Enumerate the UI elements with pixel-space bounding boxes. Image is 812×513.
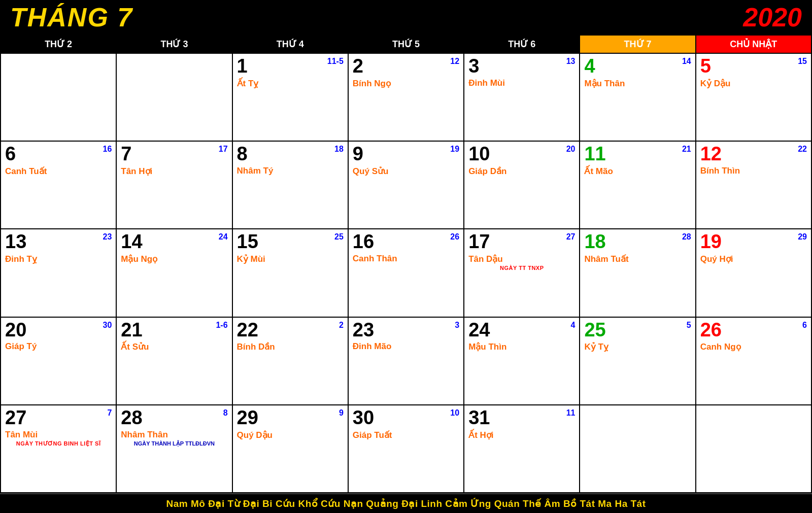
day-cell-10: 1020Giáp Dần [464,142,580,229]
calendar-table: THỨ 2THỨ 3THỨ 4THỨ 5THỨ 6THỨ 7CHỦ NHẬT 1… [0,35,812,493]
special-note: NGÀY TT TNXP [468,265,575,271]
lunar-date: 1-6 [216,321,227,330]
lunar-date: 14 [682,57,691,66]
lunar-date: 23 [103,232,112,242]
day-cell-empty-5 [580,405,696,493]
day-cell-26: 266Canh Ngọ [696,318,812,405]
day-number: 25 [584,320,691,341]
day-number: 29 [237,407,344,429]
can-chi: Ất Tỵ [237,78,344,89]
can-chi: Bính Dần [237,341,344,352]
day-cell-21: 211-6Ất Sửu [117,318,232,405]
day-cell-9: 919Quý Sửu [349,142,464,229]
day-number: 18 [584,231,691,253]
day-number: 28 [121,407,227,429]
lunar-date: 3 [455,321,459,330]
footer-banner: Nam Mô Đại Từ Đại Bi Cứu Khổ Cứu Nạn Quả… [0,493,812,513]
lunar-date: 8 [223,408,228,418]
lunar-date: 26 [450,232,459,242]
can-chi: Mậu Thìn [468,341,575,352]
can-chi: Ất Sửu [121,341,227,352]
day-number: 31 [468,407,575,429]
can-chi: Giáp Tý [5,341,112,352]
special-note2: NGÀY THÀNH LẬP TTLĐLĐVN [121,440,227,447]
can-chi: Nhâm Tý [237,166,344,176]
lunar-date: 6 [802,321,807,330]
can-chi: Tân Mùi [5,430,112,440]
day-number: 5 [700,56,807,77]
day-cell-14: 1424Mậu Ngọ [117,229,232,317]
day-cell-31: 3111Ất Hợi [464,405,580,493]
day-number: 19 [700,231,807,253]
day-number: 20 [5,320,112,341]
lunar-date: 4 [571,321,576,330]
lunar-date: 24 [219,232,228,242]
day-cell-15: 1525Kỷ Mùi [233,229,349,317]
can-chi: Kỷ Mùi [237,254,344,264]
day-number: 8 [237,144,344,165]
day-number: 21 [121,320,227,341]
lunar-date: 21 [682,145,691,154]
lunar-date: 17 [219,145,228,154]
day-cell-11: 1121Ất Mão [580,142,696,229]
week-row-4: 277Tân MùiNGÀY THƯƠNG BINH LIỆT SĨ288Nhâ… [1,405,812,493]
can-chi: Mậu Thân [584,78,691,89]
year-title: 2020 [743,2,802,32]
can-chi: Tân Hợi [121,166,227,177]
day-cell-13: 1323Đinh Tỵ [1,229,117,317]
can-chi: Quý Hợi [700,254,807,264]
day-number: 6 [5,144,112,165]
day-number: 11 [584,144,691,165]
lunar-date: 18 [334,145,344,154]
day-cell-28: 288Nhâm ThânNGÀY THÀNH LẬP TTLĐLĐVN [117,405,232,493]
lunar-date: 13 [566,57,576,66]
can-chi: Quý Dậu [237,430,344,440]
can-chi: Đinh Mão [353,341,459,352]
can-chi: Đinh Tỵ [5,254,112,264]
day-cell-6: 616Canh Tuất [1,142,117,229]
day-number: 7 [121,144,227,165]
can-chi: Ất Mão [584,166,691,177]
day-cell-29: 299Quý Dậu [233,405,349,493]
day-number: 24 [468,320,575,341]
day-number: 16 [353,231,459,253]
day-cell-30: 3010Giáp Tuất [349,405,464,493]
lunar-date: 30 [103,321,112,330]
can-chi: Đinh Mùi [468,78,575,88]
lunar-date: 7 [107,408,112,418]
special-note: NGÀY THƯƠNG BINH LIỆT SĨ [5,440,112,447]
day-cell-18: 1828Nhâm Tuất [580,229,696,317]
can-chi: Nhâm Tuất [584,254,691,264]
day-cell-12: 1222Bính Thìn [696,142,812,229]
can-chi: Kỷ Tỵ [584,341,691,352]
lunar-date: 20 [566,145,576,154]
day-number: 15 [237,231,344,253]
day-number: 22 [237,320,344,341]
day-cell-27: 277Tân MùiNGÀY THƯƠNG BINH LIỆT SĨ [1,405,117,493]
day-cell-4: 414Mậu Thân [580,54,696,142]
week-row-1: 616Canh Tuất717Tân Hợi818Nhâm Tý919Quý S… [1,142,812,229]
can-chi: Bính Ngọ [353,78,459,89]
lunar-date: 27 [566,232,576,242]
day-number: 14 [121,231,227,253]
weekday-cell-thứ5: THỨ 5 [349,36,464,54]
day-number: 10 [468,144,575,165]
can-chi: Giáp Dần [468,166,575,177]
lunar-date: 2 [339,321,344,330]
lunar-date: 28 [682,232,691,242]
day-number: 27 [5,407,112,429]
can-chi: Mậu Ngọ [121,254,227,264]
can-chi: Kỷ Dậu [700,78,807,89]
week-row-2: 1323Đinh Tỵ1424Mậu Ngọ1525Kỷ Mùi1626Canh… [1,229,812,317]
day-number: 2 [353,56,459,77]
day-number: 12 [700,144,807,165]
day-number: 23 [353,320,459,341]
can-chi: Canh Thân [353,254,459,264]
day-number: 3 [468,56,575,77]
day-cell-16: 1626Canh Thân [349,229,464,317]
week-row-0: 111-5Ất Tỵ212Bính Ngọ313Đinh Mùi414Mậu T… [1,54,812,142]
month-title: THÁNG 7 [10,2,133,32]
lunar-date: 15 [798,57,807,66]
lunar-date: 19 [450,145,459,154]
lunar-date: 12 [450,57,459,66]
